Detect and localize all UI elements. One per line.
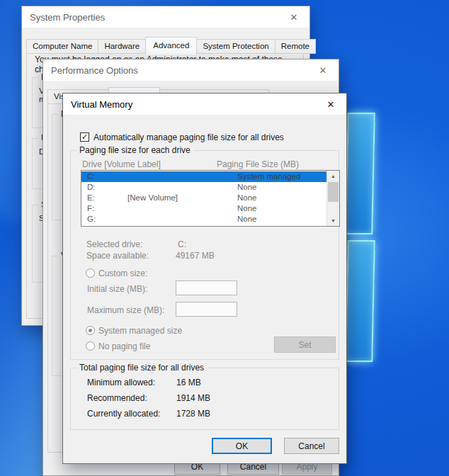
tab-system-protection[interactable]: System Protection (196, 39, 275, 54)
drive-size: None (237, 193, 257, 203)
drive-row[interactable]: E: [New Volume] None (81, 193, 327, 203)
drive-list[interactable]: C: System managed D: None E: [New Volume… (81, 170, 340, 227)
drive-letter: E: (87, 193, 127, 203)
currently-allocated-value: 1728 MB (176, 409, 210, 419)
close-icon[interactable]: ✕ (307, 60, 339, 81)
ok-button[interactable]: OK (212, 438, 272, 454)
drive-volume (127, 182, 237, 193)
drive-row[interactable]: G: None (81, 214, 327, 225)
selected-drive-value: C: (178, 239, 186, 249)
drive-volume (127, 203, 237, 214)
system-managed-label: System managed size (98, 326, 182, 336)
drive-volume (127, 214, 237, 225)
scroll-thumb[interactable] (328, 182, 339, 202)
window-title: Virtual Memory (71, 99, 132, 110)
drive-size: System managed (237, 171, 301, 182)
cancel-button[interactable]: Cancel (284, 438, 339, 454)
close-icon[interactable]: ✕ (315, 94, 346, 115)
tab-advanced[interactable]: Advanced (145, 37, 197, 55)
tab-remote[interactable]: Remote (275, 39, 316, 54)
drive-size: None (237, 214, 257, 225)
currently-allocated-label: Currently allocated: (87, 409, 160, 419)
selected-drive-label: Selected drive: (86, 239, 142, 249)
tab-computer-name[interactable]: Computer Name (26, 39, 98, 54)
space-available-value: 49167 MB (176, 251, 215, 261)
recommended-label: Recommended: (87, 393, 147, 403)
set-button: Set (274, 336, 336, 353)
no-paging-file-label: No paging file (98, 341, 150, 351)
performance-options-titlebar[interactable]: Performance Options ✕ (43, 60, 339, 81)
no-paging-file-radio (86, 341, 95, 351)
maximum-size-input (176, 302, 237, 317)
recommended-value: 1914 MB (176, 393, 210, 403)
close-icon[interactable]: ✕ (278, 6, 309, 28)
minimum-allowed-label: Minimum allowed: (87, 378, 155, 387)
group-label: Total paging file size for all drives (76, 363, 207, 373)
scroll-down-icon[interactable]: ▼ (327, 215, 339, 226)
drive-letter: C: (87, 171, 127, 182)
drive-volume (127, 171, 237, 182)
drive-row[interactable]: C: System managed (81, 171, 327, 182)
windows-logo-pane-top (345, 113, 375, 234)
virtual-memory-window: Virtual Memory ✕ ✓ Automatically manage … (62, 93, 347, 464)
window-title: System Properties (30, 12, 105, 23)
system-properties-titlebar[interactable]: System Properties ✕ (22, 6, 309, 28)
group-label: Paging file size for each drive (76, 145, 193, 155)
drive-letter: D: (87, 182, 127, 193)
tab-hardware[interactable]: Hardware (98, 39, 146, 54)
list-scrollbar[interactable]: ▲ ▼ (326, 171, 339, 226)
space-available-label: Space available: (86, 251, 149, 261)
desktop-wallpaper: System Properties ✕ Computer Name Hardwa… (0, 0, 449, 476)
scroll-up-icon[interactable]: ▲ (327, 171, 339, 181)
drive-letter: G: (87, 214, 127, 225)
auto-manage-label: Automatically manage paging file size fo… (93, 132, 284, 142)
drive-letter: F: (87, 203, 127, 214)
system-managed-radio (86, 326, 95, 335)
custom-size-radio (86, 268, 95, 278)
checkmark-icon: ✓ (81, 133, 88, 141)
column-header-size: Paging File Size (MB) (217, 159, 299, 169)
drive-size: None (237, 182, 257, 193)
windows-logo-pane-bottom (345, 240, 375, 362)
drive-row[interactable]: F: None (81, 203, 327, 214)
column-header-drive: Drive [Volume Label] (82, 159, 161, 169)
drive-volume: [New Volume] (127, 193, 237, 203)
initial-size-input (176, 280, 237, 295)
virtual-memory-titlebar[interactable]: Virtual Memory ✕ (63, 94, 346, 115)
auto-manage-checkbox[interactable]: ✓ (80, 132, 89, 142)
minimum-allowed-value: 16 MB (176, 378, 201, 387)
window-title: Performance Options (51, 65, 138, 76)
initial-size-label: Initial size (MB): (87, 284, 147, 294)
custom-size-label: Custom size: (98, 268, 147, 278)
drive-size: None (237, 203, 257, 214)
drive-row[interactable]: D: None (81, 182, 327, 193)
maximum-size-label: Maximum size (MB): (87, 305, 164, 315)
